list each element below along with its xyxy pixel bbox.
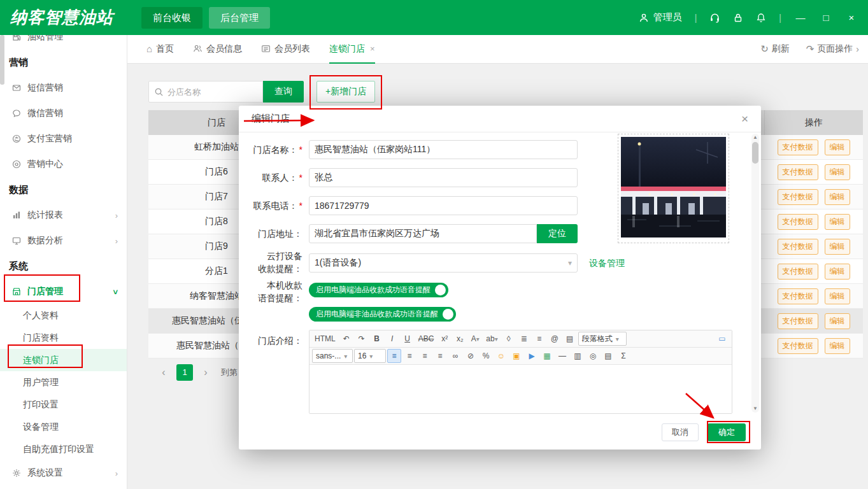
pay-data-button[interactable]: 支付数据	[778, 139, 818, 155]
tab-member-list[interactable]: 会员列表	[261, 35, 310, 64]
align-center-icon[interactable]: ≡	[402, 349, 416, 363]
bell-icon[interactable]	[756, 13, 766, 23]
edit-button[interactable]: 编辑	[825, 313, 850, 329]
highlight-color-icon[interactable]: ab▾	[483, 332, 500, 346]
edit-button[interactable]: 编辑	[825, 264, 850, 280]
cancel-button[interactable]: 取消	[662, 423, 699, 441]
font-family-select[interactable]: sans-...▾	[312, 349, 353, 363]
pay-data-button[interactable]: 支付数据	[778, 264, 818, 280]
page-operations-button[interactable]: ↷ 页面操作 ›	[806, 43, 859, 55]
eraser-icon[interactable]: ◊	[502, 332, 516, 346]
store-name-input[interactable]	[309, 140, 578, 159]
phone-input[interactable]	[309, 196, 578, 215]
unlink-icon[interactable]: ⊘	[464, 349, 478, 363]
edit-button[interactable]: 编辑	[825, 139, 850, 155]
italic-icon[interactable]: I	[385, 332, 399, 346]
device-management-link[interactable]: 设备管理	[589, 258, 625, 269]
paragraph-format-select[interactable]: 段落格式▾	[578, 332, 627, 346]
confirm-button[interactable]: 确定	[708, 423, 746, 441]
pay-data-button[interactable]: 支付数据	[778, 288, 818, 304]
subscript-icon[interactable]: x₂	[453, 332, 467, 346]
superscript-icon[interactable]: x²	[438, 332, 452, 346]
prev-page-button[interactable]: ‹	[157, 367, 171, 378]
tab-chain-stores[interactable]: 连锁门店 ×	[329, 35, 375, 64]
sidebar-item-station-management[interactable]: 油站管理	[0, 35, 127, 50]
anchor-icon[interactable]: @	[548, 332, 562, 346]
scroll-up-icon[interactable]: ▲	[751, 134, 759, 141]
pay-data-button[interactable]: 支付数据	[778, 214, 818, 230]
edit-button[interactable]: 编辑	[825, 288, 850, 304]
emoji-icon[interactable]: ☺	[494, 349, 508, 363]
map-icon[interactable]: ▦	[540, 349, 554, 363]
sidebar-item-chain-stores[interactable]: 连锁门店	[0, 349, 127, 371]
edit-button[interactable]: 编辑	[825, 189, 850, 205]
sidebar-item-wechat-marketing[interactable]: 微信营销	[0, 101, 127, 126]
font-color-icon[interactable]: A▾	[468, 332, 482, 346]
edit-button[interactable]: 编辑	[825, 338, 850, 354]
pay-data-button[interactable]: 支付数据	[778, 313, 818, 329]
maximize-button[interactable]: □	[820, 12, 832, 23]
sidebar-item-personal-profile[interactable]: 个人资料	[0, 304, 127, 327]
unordered-list-icon[interactable]: ≡	[532, 332, 546, 346]
formula-icon[interactable]: Σ	[616, 349, 630, 363]
close-button[interactable]: ×	[845, 12, 858, 23]
pay-data-button[interactable]: 支付数据	[778, 338, 818, 354]
image-icon[interactable]: ▣	[509, 349, 523, 363]
cloud-device-select[interactable]: 1(语音设备) ▾	[309, 253, 578, 273]
ordered-list-icon[interactable]: ≣	[517, 332, 531, 346]
pay-data-button[interactable]: 支付数据	[778, 239, 818, 255]
sidebar-item-self-recharge-print[interactable]: 自助充值打印设置	[0, 438, 127, 460]
tab-home[interactable]: ⌂ 首页	[146, 35, 174, 64]
next-page-button[interactable]: ›	[199, 367, 213, 378]
sidebar-item-marketing-center[interactable]: 营销中心	[0, 152, 127, 177]
link-icon[interactable]: ∞	[448, 349, 462, 363]
pay-data-button[interactable]: 支付数据	[778, 164, 818, 180]
page-icon[interactable]: ▤	[563, 332, 577, 346]
user-menu[interactable]: 管理员	[639, 11, 682, 24]
edit-button[interactable]: 编辑	[825, 239, 850, 255]
edit-button[interactable]: 编辑	[825, 214, 850, 230]
locate-button[interactable]: 定位	[537, 224, 578, 243]
underline-icon[interactable]: U	[401, 332, 415, 346]
tab-front-cashier[interactable]: 前台收银	[141, 7, 203, 29]
undo-icon[interactable]: ↶	[339, 332, 353, 346]
query-button[interactable]: 查询	[263, 81, 304, 103]
pay-data-button[interactable]: 支付数据	[778, 189, 818, 205]
sidebar-item-data-analysis[interactable]: 数据分析›	[0, 228, 127, 253]
edit-button[interactable]: 编辑	[825, 164, 850, 180]
sidebar-item-store-profile[interactable]: 门店资料	[0, 327, 127, 349]
scrollbar-thumb[interactable]	[752, 142, 758, 164]
html-source-icon[interactable]: HTML	[312, 332, 338, 346]
font-size-select[interactable]: 16▾	[354, 349, 386, 363]
address-input[interactable]	[309, 224, 537, 243]
fuel-voice-toggle[interactable]: 启用电脑端油品收款成功语音提醒	[309, 283, 448, 297]
sidebar-item-store-management[interactable]: 门店管理˅	[0, 279, 127, 304]
sidebar-item-device-management[interactable]: 设备管理	[0, 416, 127, 438]
strikethrough-icon[interactable]: ABC	[416, 332, 437, 346]
video-icon[interactable]: ▶	[525, 349, 539, 363]
print-icon[interactable]: ▥	[571, 349, 585, 363]
bold-icon[interactable]: B	[370, 332, 384, 346]
image-link-icon[interactable]: %	[479, 349, 493, 363]
sidebar-item-user-management[interactable]: 用户管理	[0, 371, 127, 393]
align-left-icon[interactable]: ≡	[387, 349, 401, 363]
current-page-button[interactable]: 1	[176, 364, 193, 381]
align-justify-icon[interactable]: ≡	[433, 349, 447, 363]
nonfuel-voice-toggle[interactable]: 启用电脑端非油品收款成功语音提醒	[309, 307, 456, 322]
redo-icon[interactable]: ↷	[355, 332, 369, 346]
fullscreen-icon[interactable]: ▭	[715, 332, 729, 346]
align-right-icon[interactable]: ≡	[418, 349, 432, 363]
lock-icon[interactable]	[733, 13, 743, 23]
sidebar-item-alipay-marketing[interactable]: 支付宝营销	[0, 126, 127, 152]
horizontal-rule-icon[interactable]: —	[555, 349, 569, 363]
editor-content[interactable]	[309, 365, 732, 413]
sidebar-item-sms-marketing[interactable]: 短信营销	[0, 75, 127, 101]
scroll-down-icon[interactable]: ▼	[751, 405, 759, 413]
support-icon[interactable]	[709, 12, 720, 23]
contact-input[interactable]	[309, 168, 578, 187]
add-store-button[interactable]: +新增门店	[317, 81, 375, 103]
close-tab-icon[interactable]: ×	[370, 35, 375, 62]
paste-icon[interactable]: ▤	[601, 349, 615, 363]
sidebar-item-statistic-reports[interactable]: 统计报表›	[0, 202, 127, 228]
minimize-button[interactable]: —	[794, 12, 807, 23]
